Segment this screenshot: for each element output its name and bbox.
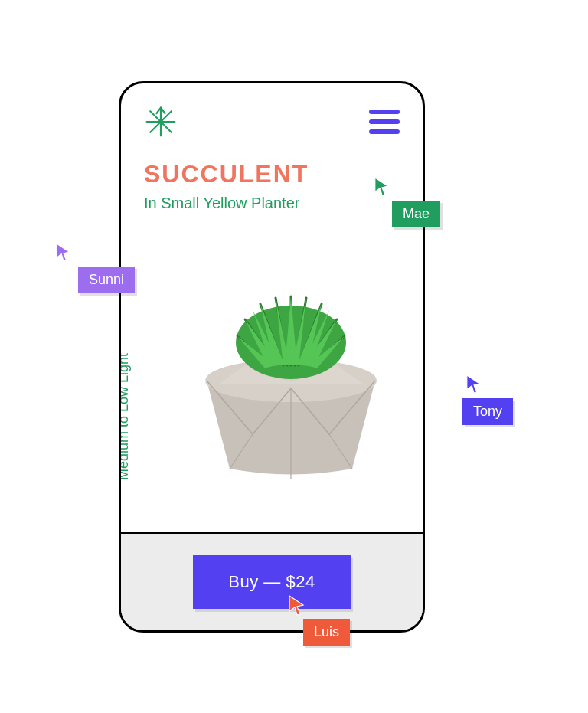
collaborator-cursor-sunni: Sunni [55,242,135,293]
collaborator-label: Luis [303,619,350,646]
collaborator-cursor-luis: Luis [288,594,350,646]
cursor-arrow-icon [374,176,390,196]
collaborator-cursor-mae: Mae [374,176,440,227]
collaborator-label: Tony [462,398,513,425]
cursor-arrow-icon [55,242,72,262]
buy-bar: Buy — $24 [121,532,423,630]
product-title: SUCCULENT [144,160,400,188]
menu-hamburger-icon[interactable] [369,106,400,137]
collaborator-label: Sunni [78,267,135,293]
cursor-arrow-icon [466,374,482,394]
logo-starburst-icon [144,105,178,139]
product-subtitle: In Small Yellow Planter [144,195,400,212]
cursor-arrow-icon [288,594,306,616]
mobile-mockup-frame: SUCCULENT In Small Yellow Planter Medium… [119,81,425,633]
app-header [121,83,423,146]
collaborator-label: Mae [392,201,440,227]
light-requirement: Medium to Low Light [119,353,132,480]
succulent-planter-icon [184,250,398,480]
collaborator-cursor-tony: Tony [466,374,513,425]
product-image-area: Medium to Low Light [121,212,423,503]
